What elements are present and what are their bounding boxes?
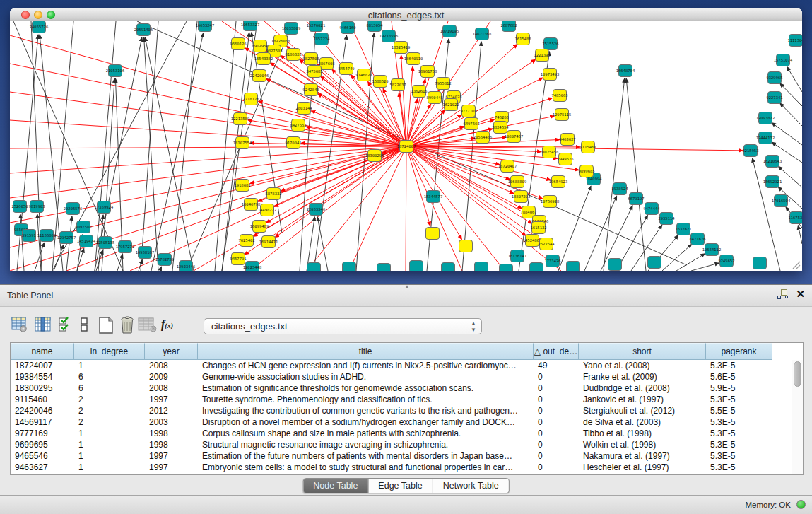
tab-node-table[interactable]: Node Table <box>303 479 368 493</box>
graph-node[interactable]: 15751074 <box>774 54 793 66</box>
new-table-icon[interactable] <box>97 316 115 334</box>
graph-node[interactable]: 17016504 <box>772 195 791 207</box>
graph-node[interactable]: 8215953 <box>742 145 758 157</box>
graph-node[interactable]: 16653247 <box>196 21 215 32</box>
graph-node[interactable]: 7632621 <box>675 223 691 235</box>
graph-node[interactable] <box>459 240 473 252</box>
graph-node[interactable]: 21053106 <box>106 65 125 77</box>
graph-node[interactable]: 8990448 <box>426 92 442 104</box>
graph-node[interactable] <box>753 257 767 269</box>
graph-node[interactable]: 12942757 <box>57 232 76 244</box>
table-row[interactable]: 946554611997Estimation of the future num… <box>11 450 792 462</box>
graph-node[interactable]: 1615488 <box>514 33 531 45</box>
graph-node[interactable] <box>343 262 356 271</box>
table-scrollbar-thumb[interactable] <box>794 361 801 387</box>
graph-node[interactable] <box>442 263 455 271</box>
graph-node[interactable] <box>567 262 580 271</box>
column-visibility-icon[interactable] <box>80 316 90 333</box>
delete-column-icon[interactable] <box>118 316 136 334</box>
graph-node[interactable]: 10807467 <box>505 131 524 143</box>
graph-node[interactable]: 14498222 <box>258 204 277 216</box>
graph-node[interactable]: 12213589 <box>231 113 250 125</box>
graph-node[interactable]: 18720407 <box>498 160 517 173</box>
graph-node[interactable]: 16782759 <box>155 254 175 266</box>
graph-node[interactable]: 10654112 <box>702 244 722 256</box>
graph-node[interactable]: 20206576 <box>64 203 83 215</box>
table-settings-icon[interactable] <box>11 316 28 333</box>
splitter-handle-icon[interactable]: ▲ <box>404 284 410 290</box>
graph-node[interactable]: 9819903 <box>28 201 45 213</box>
graph-node[interactable]: 10719195 <box>440 25 459 37</box>
table-row[interactable]: 1830029562008Estimation of significance … <box>11 382 792 394</box>
graph-node[interactable]: 2687682 <box>500 21 517 32</box>
graph-node[interactable] <box>426 228 440 240</box>
graph-node[interactable]: 8471676 <box>689 233 705 245</box>
graph-node[interactable] <box>530 263 543 271</box>
graph-node[interactable]: 18300295 <box>365 150 384 162</box>
graph-node[interactable]: 15344577 <box>424 191 443 203</box>
graph-node[interactable]: 20564486 <box>473 132 493 144</box>
float-window-icon[interactable] <box>777 289 787 299</box>
graph-node[interactable]: 12444132 <box>756 132 775 144</box>
graph-node[interactable]: 1733426 <box>544 255 560 267</box>
table-row[interactable]: 946362711997Embryonic stem cells: a mode… <box>11 462 792 473</box>
graph-node[interactable]: 1621022 <box>442 99 459 111</box>
table-panel-titlebar[interactable]: ▲ Table Panel ✕ <box>0 285 812 307</box>
graph-node[interactable]: 18107554 <box>233 137 252 149</box>
show-columns-icon[interactable] <box>35 316 52 333</box>
graph-node[interactable]: 3475685 <box>306 66 322 78</box>
graph-node[interactable]: 18640910 <box>404 53 423 65</box>
graph-node[interactable]: 12975115 <box>553 109 572 121</box>
graph-node[interactable] <box>500 264 513 271</box>
graph-node[interactable]: 16648784 <box>616 65 635 77</box>
graph-node[interactable]: 2526050 <box>11 201 28 213</box>
graph-node[interactable]: 1918682 <box>234 180 250 192</box>
graph-node[interactable]: 18724007 <box>397 141 416 153</box>
graph-node[interactable]: 9827508 <box>302 53 319 65</box>
graph-node[interactable]: 8427552 <box>290 119 306 132</box>
graph-node[interactable]: 8454749 <box>338 63 354 75</box>
graph-node[interactable]: 9170041 <box>285 137 301 149</box>
graph-node[interactable]: 1167533 <box>788 212 802 224</box>
graph-node[interactable]: 6679197 <box>628 193 644 205</box>
graph-node[interactable]: 7955812 <box>435 78 451 90</box>
graph-node[interactable]: 8938924 <box>611 183 628 195</box>
graph-node[interactable]: 1362615 <box>411 86 427 98</box>
graph-node[interactable]: 1615132 <box>530 222 546 234</box>
graph-node[interactable]: 10025458 <box>540 146 559 158</box>
table-row[interactable]: 1938455462009Genome-wide association stu… <box>11 371 792 382</box>
graph-node[interactable]: 11156869 <box>37 230 57 242</box>
graph-node[interactable]: 9660126 <box>230 38 246 50</box>
graph-node[interactable]: 10688809 <box>508 176 527 188</box>
graph-node[interactable]: 19654923 <box>549 176 568 188</box>
graph-node[interactable]: 2522544 <box>538 238 555 250</box>
graph-node[interactable]: 9463627 <box>559 134 575 146</box>
column-header-year[interactable]: year <box>145 343 198 360</box>
graph-node[interactable]: 16136141 <box>508 250 527 262</box>
graph-node[interactable]: 2803144 <box>295 103 312 115</box>
graph-node[interactable]: 3824554 <box>492 122 509 134</box>
table-row[interactable]: 1456911722003Disruption of a novel membe… <box>11 416 792 428</box>
graph-node[interactable]: 1588520 <box>372 76 388 88</box>
select-all-columns-icon[interactable] <box>58 316 73 333</box>
graph-node[interactable] <box>648 257 661 269</box>
graph-node[interactable]: 9227341 <box>766 92 782 104</box>
graph-node[interactable]: 9242848 <box>302 84 319 96</box>
graph-node[interactable]: 9474444 <box>643 203 660 215</box>
graph-node[interactable] <box>307 263 321 271</box>
graph-node[interactable]: 9146821 <box>355 69 372 81</box>
graph-node[interactable]: 2949576 <box>557 153 573 165</box>
column-header-pagerank[interactable]: pagerank <box>706 343 772 360</box>
tab-edge-table[interactable]: Edge Table <box>368 479 433 493</box>
graph-node[interactable]: 24055726 <box>30 21 49 33</box>
network-canvas[interactable]: 2405572620691406166532471065332716033809… <box>10 21 802 271</box>
graph-node[interactable]: 9245652 <box>718 255 734 267</box>
graph-node[interactable]: 10973493 <box>541 69 560 81</box>
graph-node[interactable]: 2718176 <box>242 93 259 105</box>
graph-node[interactable] <box>410 261 423 271</box>
graph-node[interactable] <box>475 262 488 271</box>
graph-node[interactable]: 1221396 <box>534 49 550 62</box>
graph-node[interactable]: 7857224 <box>313 33 330 45</box>
graph-node[interactable]: 2935114 <box>658 213 675 225</box>
graph-node[interactable]: 391591 <box>22 230 36 242</box>
